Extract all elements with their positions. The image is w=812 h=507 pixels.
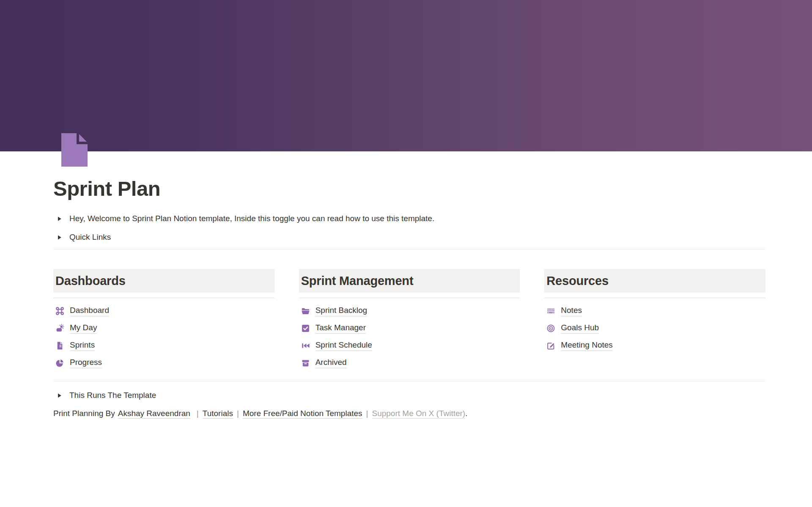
footer-link-twitter[interactable]: Support Me On X (Twitter) (372, 409, 466, 419)
receipt-icon (55, 341, 64, 350)
divider (53, 249, 765, 249)
footer-prefix: Print Planning By (53, 409, 115, 418)
toggle-arrow-icon[interactable] (57, 216, 62, 222)
column-dashboards: Dashboards Dashboard My Day Sprints Pro (53, 269, 274, 372)
rewind-icon (301, 341, 310, 350)
page-icon[interactable] (61, 133, 88, 167)
toggle-quick-links-label: Quick Links (69, 233, 111, 242)
link-label[interactable]: Progress (70, 358, 102, 368)
toggle-bottom-label: This Runs The Template (69, 391, 156, 400)
link-label[interactable]: Sprints (70, 340, 95, 351)
folder-open-icon (301, 307, 310, 315)
toggle-welcome-label: Hey, Welcome to Sprint Plan Notion templ… (69, 214, 434, 223)
link-label[interactable]: Meeting Notes (561, 340, 613, 351)
footer-link-author[interactable]: Akshay Raveendran (118, 409, 190, 419)
column-resources: Resources Notes Goals Hub Meeting Notes (544, 269, 765, 372)
column-sprint-management: Sprint Management Sprint Backlog Task Ma… (299, 269, 520, 372)
link-goals-hub[interactable]: Goals Hub (544, 320, 765, 337)
toggle-welcome[interactable]: Hey, Welcome to Sprint Plan Notion templ… (53, 212, 765, 225)
sun-cloud-icon (55, 324, 64, 333)
link-label[interactable]: Sprint Schedule (315, 340, 372, 351)
archive-box-icon (301, 359, 310, 367)
divider (53, 381, 765, 381)
footer-credits: Print Planning ByAkshay Raveendran|Tutor… (53, 408, 765, 419)
link-label[interactable]: Task Manager (315, 323, 366, 334)
column-divider (299, 298, 520, 298)
page-content: Sprint Plan Hey, Welcome to Sprint Plan … (53, 151, 765, 419)
cover-image[interactable] (0, 0, 812, 151)
columns-section: Dashboards Dashboard My Day Sprints Pro (53, 269, 765, 372)
toggle-arrow-icon[interactable] (57, 393, 62, 398)
link-label[interactable]: Archived (315, 358, 347, 368)
link-progress[interactable]: Progress (53, 354, 274, 372)
edit-icon (546, 341, 555, 350)
command-icon (55, 307, 64, 315)
pie-chart-icon (55, 359, 64, 367)
link-notes[interactable]: Notes (544, 302, 765, 320)
link-my-day[interactable]: My Day (53, 320, 274, 337)
footer-separator: | (366, 409, 368, 418)
toggle-quick-links[interactable]: Quick Links (53, 230, 765, 244)
footer-suffix: . (465, 409, 467, 418)
toggle-this-runs-the-template[interactable]: This Runs The Template (53, 389, 765, 402)
link-dashboard[interactable]: Dashboard (53, 302, 274, 320)
footer-separator: | (197, 409, 199, 418)
keyboard-icon (546, 307, 555, 315)
link-archived[interactable]: Archived (299, 354, 520, 372)
checkbox-icon (301, 324, 310, 333)
footer-link-more-templates[interactable]: More Free/Paid Notion Templates (243, 409, 362, 419)
link-label[interactable]: Notes (561, 306, 582, 316)
link-label[interactable]: Goals Hub (561, 323, 599, 334)
link-sprint-backlog[interactable]: Sprint Backlog (299, 302, 520, 320)
page-title[interactable]: Sprint Plan (53, 151, 765, 201)
target-icon (546, 324, 555, 333)
link-label[interactable]: Sprint Backlog (315, 306, 368, 316)
footer-separator: | (237, 409, 239, 418)
link-meeting-notes[interactable]: Meeting Notes (544, 337, 765, 354)
link-label[interactable]: My Day (70, 323, 97, 334)
column-divider (544, 298, 765, 298)
column-header-resources: Resources (544, 269, 765, 293)
column-header-sprint-management: Sprint Management (299, 269, 520, 293)
link-task-manager[interactable]: Task Manager (299, 320, 520, 337)
link-label[interactable]: Dashboard (70, 306, 109, 316)
footer-link-tutorials[interactable]: Tutorials (203, 409, 233, 419)
link-sprints[interactable]: Sprints (53, 337, 274, 354)
column-header-dashboards: Dashboards (53, 269, 274, 293)
column-divider (53, 298, 274, 298)
toggle-arrow-icon[interactable] (57, 235, 62, 240)
link-sprint-schedule[interactable]: Sprint Schedule (299, 337, 520, 354)
